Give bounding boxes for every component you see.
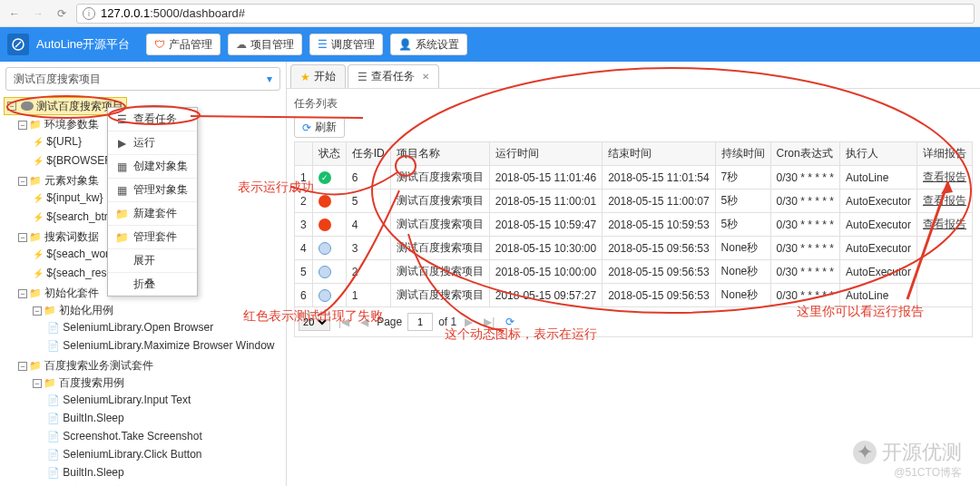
cell-executor: AutoExecutor bbox=[839, 237, 916, 260]
table-row[interactable]: 25测试百度搜索项目2018-05-15 11:00:012018-05-15 … bbox=[295, 190, 973, 213]
tree-leaf[interactable]: ${URL} bbox=[46, 135, 82, 148]
project-mgmt-button[interactable]: ☁ 项目管理 bbox=[228, 34, 302, 55]
annotation-fail: 红色表示测试出现了失败 bbox=[243, 308, 383, 325]
cell-end-time: 2018-05-15 11:00:07 bbox=[603, 190, 715, 213]
collapse-icon[interactable]: − bbox=[7, 102, 16, 111]
ctx-collapse[interactable]: 折叠 bbox=[108, 273, 197, 296]
tree-node[interactable]: 元素对象集 bbox=[44, 174, 99, 187]
right-pane: ★ 开始 ☰ 查看任务 ✕ 任务列表 ⟳ 刷新 状态 任务ID bbox=[287, 62, 980, 486]
tree-leaf[interactable]: SeleniumLibrary.Open Browser bbox=[63, 321, 213, 334]
product-mgmt-button[interactable]: 🛡 产品管理 bbox=[146, 34, 220, 55]
back-button[interactable]: ← bbox=[5, 5, 24, 23]
cell-report: 查看报告 bbox=[917, 190, 973, 213]
col-end-time[interactable]: 结束时间 bbox=[603, 142, 715, 166]
cell-duration: 7秒 bbox=[715, 166, 770, 190]
refresh-icon: ⟳ bbox=[302, 122, 311, 134]
cell-cron: 0/30 * * * * * bbox=[770, 260, 839, 284]
folder-icon bbox=[44, 376, 56, 389]
credit-text: @51CTO博客 bbox=[894, 465, 962, 481]
cell-state bbox=[312, 260, 346, 284]
col-project[interactable]: 项目名称 bbox=[390, 142, 489, 166]
task-table: 状态 任务ID 项目名称 运行时间 结束时间 持续时间 Cron表达式 执行人 … bbox=[294, 141, 973, 307]
tree-leaf[interactable]: ${input_kw} bbox=[46, 191, 103, 204]
collapse-icon[interactable]: − bbox=[18, 121, 27, 130]
collapse-icon[interactable]: − bbox=[18, 289, 27, 298]
ctx-create-suite[interactable]: 📁新建套件 bbox=[108, 202, 197, 226]
collapse-icon[interactable]: − bbox=[18, 177, 27, 186]
url-bar[interactable]: i 127.0.0.1:5000/dashboard# bbox=[76, 4, 975, 24]
col-state[interactable]: 状态 bbox=[312, 142, 346, 166]
cell-cron: 0/30 * * * * * bbox=[770, 190, 839, 213]
table-row[interactable]: 34测试百度搜索项目2018-05-15 10:59:472018-05-15 … bbox=[295, 213, 973, 237]
forward-button[interactable]: → bbox=[29, 5, 47, 23]
wechat-icon: ✦ bbox=[853, 441, 877, 464]
tab-start[interactable]: ★ 开始 bbox=[290, 64, 346, 88]
cell-end-time: 2018-05-15 09:56:53 bbox=[603, 260, 715, 284]
ctx-create-object[interactable]: ▦创建对象集 bbox=[108, 155, 197, 179]
tree-leaf[interactable]: SeleniumLibrary.Input Text bbox=[63, 394, 191, 406]
reload-button[interactable]: ⟳ bbox=[53, 5, 71, 23]
browser-chrome: ← → ⟳ i 127.0.0.1:5000/dashboard# bbox=[0, 0, 980, 27]
file-icon bbox=[47, 448, 60, 461]
star-icon: ★ bbox=[300, 71, 310, 83]
tree-leaf[interactable]: BuiltIn.Sleep bbox=[63, 466, 123, 479]
collapse-icon[interactable]: − bbox=[33, 306, 42, 316]
cell-executor: AutoLine bbox=[839, 166, 916, 190]
tree-leaf[interactable]: Screenshot.Take Screenshot bbox=[63, 430, 201, 442]
cell-duration: None秒 bbox=[715, 284, 770, 307]
col-executor[interactable]: 执行人 bbox=[839, 142, 916, 166]
tree-leaf[interactable]: ${search_btn bbox=[46, 210, 110, 223]
play-icon: ▶ bbox=[115, 137, 128, 150]
list-icon: ☰ bbox=[115, 113, 128, 126]
table-row[interactable]: 43测试百度搜索项目2018-05-15 10:30:002018-05-15 … bbox=[295, 237, 973, 260]
tab-start-label: 开始 bbox=[314, 69, 336, 84]
tab-view-task[interactable]: ☰ 查看任务 ✕ bbox=[348, 64, 439, 88]
collapse-icon[interactable]: − bbox=[18, 362, 27, 371]
tree-node[interactable]: 搜索词数据 bbox=[44, 230, 99, 243]
status-fail-icon bbox=[318, 195, 331, 208]
ctx-expand[interactable]: 展开 bbox=[108, 249, 197, 273]
col-task-id[interactable]: 任务ID bbox=[346, 142, 390, 166]
col-report[interactable]: 详细报告 bbox=[917, 142, 973, 166]
cell-end-time: 2018-05-15 09:56:53 bbox=[603, 237, 715, 260]
col-duration[interactable]: 持续时间 bbox=[715, 142, 770, 166]
col-cron[interactable]: Cron表达式 bbox=[770, 142, 839, 166]
tree-leaf[interactable]: SeleniumLibrary.Click Button bbox=[63, 448, 201, 461]
ctx-view-task[interactable]: ☰查看任务 bbox=[108, 108, 197, 131]
brand-title: AutoLine开源平台 bbox=[36, 36, 130, 53]
refresh-button[interactable]: ⟳ 刷新 bbox=[294, 117, 345, 138]
tree-leaf[interactable]: BuiltIn.Sleep bbox=[63, 412, 123, 424]
view-report-link[interactable]: 查看报告 bbox=[923, 194, 966, 207]
annotation-report: 这里你可以看运行报告 bbox=[797, 304, 924, 320]
ctx-manage-suite[interactable]: 📁管理套件 bbox=[108, 226, 197, 249]
col-run-time[interactable]: 运行时间 bbox=[489, 142, 602, 166]
tree-leaf[interactable]: ${BROWSER bbox=[46, 154, 113, 167]
folder-icon bbox=[29, 359, 42, 372]
system-settings-button[interactable]: 👤 系统设置 bbox=[390, 34, 467, 55]
project-selector[interactable]: 测试百度搜索项目 ▾ bbox=[5, 67, 280, 91]
tree-node[interactable]: 百度搜索用例 bbox=[59, 376, 124, 389]
row-index: 4 bbox=[295, 237, 313, 260]
cell-report bbox=[917, 260, 973, 284]
tree-node[interactable]: 初始化用例 bbox=[59, 304, 113, 316]
list-icon: ☰ bbox=[318, 38, 328, 51]
view-report-link[interactable]: 查看报告 bbox=[923, 170, 966, 183]
tree-leaf[interactable]: ${seach_word bbox=[46, 248, 114, 260]
tree-leaf[interactable]: ${seach_resu bbox=[46, 267, 113, 279]
collapse-icon[interactable]: − bbox=[18, 233, 27, 242]
pager-page-input[interactable] bbox=[407, 313, 433, 331]
tree-leaf[interactable]: SeleniumLibrary.Maximize Browser Window bbox=[63, 339, 274, 352]
file-icon bbox=[47, 466, 60, 479]
tree-node[interactable]: 百度搜索业务测试套件 bbox=[44, 359, 153, 372]
tree-node[interactable]: 环境参数集 bbox=[44, 118, 99, 131]
ctx-manage-object[interactable]: ▦管理对象集 bbox=[108, 179, 197, 202]
tree-node[interactable]: 初始化套件 bbox=[44, 287, 99, 299]
ctx-run[interactable]: ▶运行 bbox=[108, 131, 197, 155]
schedule-mgmt-button[interactable]: ☰ 调度管理 bbox=[309, 34, 383, 55]
folder-icon bbox=[29, 287, 42, 299]
table-row[interactable]: 16测试百度搜索项目2018-05-15 11:01:462018-05-15 … bbox=[295, 166, 973, 190]
collapse-icon[interactable]: − bbox=[33, 379, 42, 388]
close-icon[interactable]: ✕ bbox=[422, 72, 429, 82]
table-row[interactable]: 52测试百度搜索项目2018-05-15 10:00:002018-05-15 … bbox=[295, 260, 973, 284]
view-report-link[interactable]: 查看报告 bbox=[923, 218, 966, 230]
